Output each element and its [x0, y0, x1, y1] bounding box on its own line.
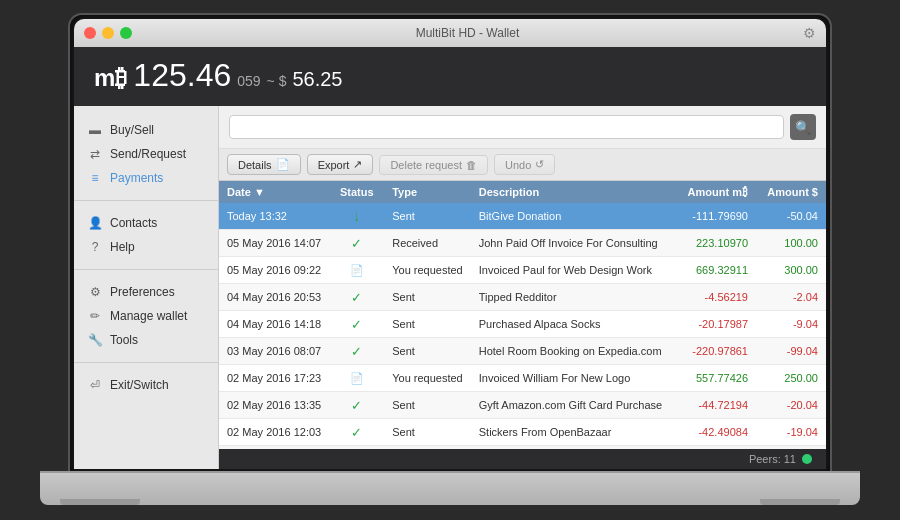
- cell-amount-usd: 250.00: [756, 365, 826, 392]
- search-input[interactable]: [229, 115, 784, 139]
- cell-description: Invoiced William For New Logo: [471, 365, 671, 392]
- sidebar-item-tools[interactable]: 🔧 Tools: [74, 328, 218, 352]
- cell-date: 03 May 2016 08:07: [219, 338, 329, 365]
- doc-icon: 📄: [349, 370, 365, 386]
- table-row[interactable]: 02 May 2016 17:23 📄 You requested Invoic…: [219, 365, 826, 392]
- col-header-type[interactable]: Type: [384, 181, 471, 203]
- app-content: m₿ 125.46 059 ~ $ 56.25 ▬ Buy/Sell: [74, 47, 826, 469]
- cell-amount-btc: -220.97861: [671, 338, 756, 365]
- cell-date: 02 May 2016 13:35: [219, 392, 329, 419]
- cell-status: ✓: [329, 338, 384, 365]
- sidebar-label-help: Help: [110, 240, 135, 254]
- search-bar: 🔍: [219, 106, 826, 149]
- export-button[interactable]: Export ↗: [307, 154, 374, 175]
- sidebar-item-send-request[interactable]: ⇄ Send/Request: [74, 142, 218, 166]
- close-button[interactable]: [84, 27, 96, 39]
- sidebar-item-preferences[interactable]: ⚙ Preferences: [74, 280, 218, 304]
- cell-amount-usd: -19.04: [756, 419, 826, 446]
- col-header-status[interactable]: Status: [329, 181, 384, 203]
- export-label: Export: [318, 159, 350, 171]
- cell-amount-btc: -42.49084: [671, 419, 756, 446]
- check-icon: ✓: [349, 235, 365, 251]
- cell-date: 02 May 2016 12:03: [219, 419, 329, 446]
- cell-status: ✓: [329, 230, 384, 257]
- sidebar-item-payments[interactable]: ≡ Payments: [74, 166, 218, 190]
- maximize-button[interactable]: [120, 27, 132, 39]
- delete-button: Delete request 🗑: [379, 155, 488, 175]
- laptop-foot-right: [760, 499, 840, 505]
- check-icon: ✓: [349, 343, 365, 359]
- main-area: ▬ Buy/Sell ⇄ Send/Request ≡ Payments: [74, 106, 826, 469]
- cell-description: Gyft Amazon.com Gift Card Purchase: [471, 392, 671, 419]
- cell-amount-usd: -9.04: [756, 311, 826, 338]
- sidebar-label-buy-sell: Buy/Sell: [110, 123, 154, 137]
- table-row[interactable]: Today 13:32 ↓ Sent BitGive Donation -111…: [219, 203, 826, 230]
- sidebar-item-manage-wallet[interactable]: ✏ Manage wallet: [74, 304, 218, 328]
- sidebar-label-send-request: Send/Request: [110, 147, 186, 161]
- details-button[interactable]: Details 📄: [227, 154, 301, 175]
- col-header-date[interactable]: Date ▼: [219, 181, 329, 203]
- cell-date: 02 May 2016 17:23: [219, 365, 329, 392]
- tools-icon: 🔧: [88, 333, 102, 347]
- person-icon: 👤: [88, 216, 102, 230]
- cell-amount-usd: -2.04: [756, 284, 826, 311]
- cell-status: ✓: [329, 311, 384, 338]
- table-row[interactable]: 04 May 2016 20:53 ✓ Sent Tipped Redditor…: [219, 284, 826, 311]
- sidebar-label-manage-wallet: Manage wallet: [110, 309, 187, 323]
- peers-label: Peers: 11: [749, 453, 796, 465]
- minimize-button[interactable]: [102, 27, 114, 39]
- table-row[interactable]: 03 May 2016 08:07 ✓ Sent Hotel Room Book…: [219, 338, 826, 365]
- transactions-table[interactable]: Date ▼ Status Type Description Amount m₿…: [219, 181, 826, 449]
- laptop-screen: MultiBit HD - Wallet ⚙ m₿ 125.46 059 ~ $…: [70, 15, 830, 473]
- window-title: MultiBit HD - Wallet: [132, 26, 803, 40]
- table-row[interactable]: 02 May 2016 12:03 ✓ Sent Stickers From O…: [219, 419, 826, 446]
- doc-icon: 📄: [349, 262, 365, 278]
- screen-inner: MultiBit HD - Wallet ⚙ m₿ 125.46 059 ~ $…: [74, 19, 826, 469]
- col-header-amount-usd[interactable]: Amount $: [756, 181, 826, 203]
- cell-type: Received: [384, 230, 471, 257]
- currency-symbol: m₿: [94, 64, 127, 92]
- cell-date: 04 May 2016 14:18: [219, 311, 329, 338]
- cell-amount-usd: 100.00: [756, 230, 826, 257]
- search-button[interactable]: 🔍: [790, 114, 816, 140]
- cell-description: BitGive Donation: [471, 203, 671, 230]
- table-row[interactable]: 05 May 2016 09:22 📄 You requested Invoic…: [219, 257, 826, 284]
- check-icon: ✓: [349, 397, 365, 413]
- sidebar-divider-3: [74, 362, 218, 363]
- col-header-description[interactable]: Description: [471, 181, 671, 203]
- col-header-amount-btc[interactable]: Amount m₿: [671, 181, 756, 203]
- credit-card-icon: ▬: [88, 123, 102, 137]
- table-row[interactable]: 04 May 2016 14:18 ✓ Sent Purchased Alpac…: [219, 311, 826, 338]
- table-row[interactable]: 05 May 2016 14:07 ✓ Received John Paid O…: [219, 230, 826, 257]
- gear-icon: ⚙: [803, 25, 816, 41]
- cell-date: 04 May 2016 20:53: [219, 284, 329, 311]
- sidebar-label-payments: Payments: [110, 171, 163, 185]
- cell-amount-btc: 557.77426: [671, 365, 756, 392]
- arrow-icon: ↓: [349, 208, 365, 224]
- laptop-base: [40, 473, 860, 505]
- sidebar-item-buy-sell[interactable]: ▬ Buy/Sell: [74, 118, 218, 142]
- cell-status: ↓: [329, 203, 384, 230]
- cell-type: Sent: [384, 311, 471, 338]
- header-bar: m₿ 125.46 059 ~ $ 56.25: [74, 47, 826, 106]
- sidebar-section-settings: ⚙ Preferences ✏ Manage wallet 🔧 Tools: [74, 276, 218, 356]
- cell-status: ✓: [329, 284, 384, 311]
- balance-btc-small: 059: [237, 73, 260, 89]
- sidebar-divider-1: [74, 200, 218, 201]
- cell-type: Sent: [384, 419, 471, 446]
- sidebar-label-preferences: Preferences: [110, 285, 175, 299]
- cell-amount-btc: -44.72194: [671, 392, 756, 419]
- sidebar-item-help[interactable]: ? Help: [74, 235, 218, 259]
- list-icon: ≡: [88, 171, 102, 185]
- toolbar: Details 📄 Export ↗ Delete request 🗑: [219, 149, 826, 181]
- sidebar-label-tools: Tools: [110, 333, 138, 347]
- cell-amount-btc: 223.10970: [671, 230, 756, 257]
- peers-status-dot: [802, 454, 812, 464]
- balance-separator: ~ $: [267, 73, 287, 89]
- cell-date: 05 May 2016 14:07: [219, 230, 329, 257]
- details-label: Details: [238, 159, 272, 171]
- table-row[interactable]: 02 May 2016 13:35 ✓ Sent Gyft Amazon.com…: [219, 392, 826, 419]
- check-icon: ✓: [349, 316, 365, 332]
- sidebar-item-exit-switch[interactable]: ⏎ Exit/Switch: [74, 373, 218, 397]
- sidebar-item-contacts[interactable]: 👤 Contacts: [74, 211, 218, 235]
